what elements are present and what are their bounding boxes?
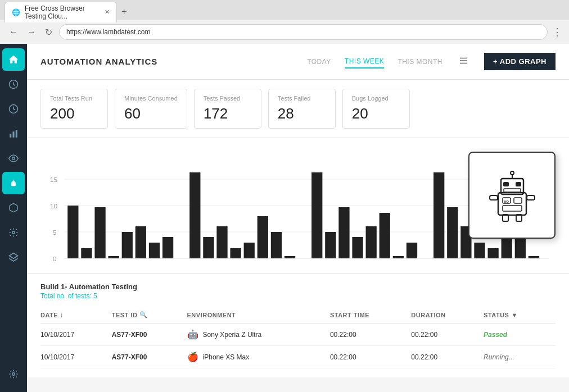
svg-rect-42 bbox=[271, 232, 282, 258]
stats-row: Total Tests Run 200 Minutes Consumed 60 … bbox=[27, 80, 569, 138]
search-icon[interactable]: 🔍 bbox=[139, 311, 148, 318]
data-table: DATE ↕ TEST ID 🔍 ENVIRONMENT START TIME bbox=[40, 307, 556, 368]
sidebar-item-clock[interactable] bbox=[2, 98, 25, 120]
svg-rect-52 bbox=[407, 243, 417, 258]
env-name-2: iPhone XS Max bbox=[203, 353, 250, 361]
sidebar-item-gear-small[interactable] bbox=[2, 221, 25, 244]
stat-label-passed: Tests Passed bbox=[204, 95, 252, 102]
cell-start-time-2: 00.22:00 bbox=[330, 346, 411, 368]
cell-test-id-2: AS77-XF00 bbox=[112, 346, 187, 368]
sidebar-item-eye[interactable] bbox=[2, 147, 25, 170]
stat-label-minutes: Minutes Consumed bbox=[124, 95, 178, 102]
status-badge-running: Running... bbox=[484, 353, 514, 361]
tab-close-button[interactable]: ✕ bbox=[105, 8, 110, 16]
sidebar-item-test[interactable] bbox=[2, 73, 25, 95]
address-bar: ← → ↻ ⋮ bbox=[0, 20, 569, 44]
sidebar bbox=[0, 44, 27, 392]
env-name-1: Sony Xperia Z Ultra bbox=[203, 331, 262, 339]
svg-text:I/O: I/O bbox=[504, 200, 509, 203]
svg-rect-2 bbox=[10, 134, 11, 138]
svg-text:15: 15 bbox=[50, 177, 57, 183]
sidebar-item-box[interactable] bbox=[2, 197, 25, 219]
svg-rect-50 bbox=[380, 213, 390, 258]
table-row: 10/10/2017 AS77-XF00 🤖 Sony Xperia Z Ult… bbox=[40, 323, 556, 346]
stat-value-failed: 28 bbox=[278, 105, 326, 122]
svg-rect-43 bbox=[284, 256, 295, 258]
stat-card-tests-run: Total Tests Run 200 bbox=[40, 89, 108, 129]
main-content: AUTOMATION ANALYTICS TODAY THIS WEEK THI… bbox=[27, 44, 569, 392]
tab-bar: 🌐 Free Cross Browser Testing Clou... ✕ + bbox=[0, 0, 569, 20]
svg-point-13 bbox=[12, 231, 15, 234]
cell-date-2: 10/10/2017 bbox=[40, 346, 112, 368]
stat-label-bugs: Bugs Logged bbox=[352, 95, 400, 102]
svg-rect-30 bbox=[109, 256, 119, 258]
url-input[interactable] bbox=[59, 24, 548, 40]
build-title: Build 1- Automation Testing bbox=[40, 282, 556, 291]
browser-tab[interactable]: 🌐 Free Cross Browser Testing Clou... ✕ bbox=[4, 2, 117, 22]
svg-point-12 bbox=[13, 180, 14, 181]
svg-rect-37 bbox=[203, 237, 214, 258]
svg-rect-31 bbox=[122, 232, 133, 258]
stat-value-tests-run: 200 bbox=[50, 105, 98, 122]
page-header: AUTOMATION ANALYTICS TODAY THIS WEEK THI… bbox=[27, 44, 569, 80]
svg-rect-4 bbox=[16, 130, 17, 138]
sort-icon[interactable]: ↕ bbox=[60, 312, 64, 318]
filter-today[interactable]: TODAY bbox=[307, 55, 331, 69]
svg-rect-27 bbox=[67, 206, 78, 258]
stat-card-minutes: Minutes Consumed 60 bbox=[115, 89, 187, 129]
svg-point-66 bbox=[511, 171, 514, 175]
status-badge-passed: Passed bbox=[484, 331, 507, 339]
table-header-row: DATE ↕ TEST ID 🔍 ENVIRONMENT START TIME bbox=[40, 307, 556, 323]
svg-point-15 bbox=[12, 373, 15, 376]
svg-rect-6 bbox=[11, 183, 16, 186]
new-tab-button[interactable]: + bbox=[117, 7, 131, 17]
svg-text:5: 5 bbox=[53, 230, 57, 236]
svg-rect-45 bbox=[311, 172, 322, 258]
svg-point-9 bbox=[14, 184, 15, 185]
svg-rect-61 bbox=[529, 256, 539, 258]
filter-icon[interactable] bbox=[458, 56, 468, 68]
svg-rect-41 bbox=[258, 216, 268, 258]
back-button[interactable]: ← bbox=[7, 26, 20, 38]
th-start-time: START TIME bbox=[330, 307, 411, 323]
chart-container: 0 5 10 15 bbox=[40, 152, 556, 264]
svg-text:0: 0 bbox=[53, 256, 57, 262]
stat-card-failed: Tests Failed 28 bbox=[268, 89, 336, 129]
filter-this-week[interactable]: THIS WEEK bbox=[345, 55, 385, 69]
svg-rect-47 bbox=[338, 207, 349, 258]
cell-duration-2: 00.22:00 bbox=[411, 346, 484, 368]
robot-overlay: I/O bbox=[468, 152, 556, 239]
sidebar-item-robot[interactable] bbox=[2, 172, 25, 194]
filter-status-icon[interactable]: ▼ bbox=[511, 312, 517, 318]
sidebar-item-home[interactable] bbox=[2, 48, 25, 71]
stat-label-tests-run: Total Tests Run bbox=[50, 95, 98, 102]
cell-duration-1: 00.22:00 bbox=[411, 323, 484, 346]
svg-rect-3 bbox=[13, 131, 15, 138]
svg-rect-71 bbox=[514, 198, 522, 203]
sidebar-item-settings[interactable] bbox=[2, 363, 25, 385]
page-title: AUTOMATION ANALYTICS bbox=[40, 57, 296, 66]
svg-rect-29 bbox=[94, 207, 105, 258]
forward-button[interactable]: → bbox=[25, 26, 38, 38]
sidebar-item-layers[interactable] bbox=[2, 246, 25, 268]
svg-rect-48 bbox=[352, 237, 363, 258]
svg-rect-10 bbox=[13, 185, 14, 185]
sidebar-item-analytics[interactable] bbox=[2, 122, 25, 145]
svg-rect-36 bbox=[189, 172, 200, 258]
svg-rect-40 bbox=[244, 243, 255, 258]
cell-env-1: 🤖 Sony Xperia Z Ultra bbox=[187, 323, 330, 346]
filter-this-month[interactable]: THIS MONTH bbox=[398, 55, 442, 69]
svg-rect-49 bbox=[366, 226, 377, 258]
add-graph-button[interactable]: + ADD GRAPH bbox=[484, 53, 556, 70]
browser-chrome: 🌐 Free Cross Browser Testing Clou... ✕ +… bbox=[0, 0, 569, 44]
svg-point-5 bbox=[12, 157, 15, 160]
browser-menu-button[interactable]: ⋮ bbox=[552, 26, 562, 38]
build-subtitle: Total no. of tests: 5 bbox=[40, 292, 556, 300]
svg-text:10: 10 bbox=[50, 203, 57, 209]
cell-start-time-1: 00.22:00 bbox=[330, 323, 411, 346]
svg-rect-32 bbox=[136, 226, 146, 258]
reload-button[interactable]: ↻ bbox=[43, 26, 55, 39]
table-section: Build 1- Automation Testing Total no. of… bbox=[27, 274, 569, 377]
svg-point-8 bbox=[12, 184, 13, 185]
svg-marker-14 bbox=[10, 253, 18, 259]
